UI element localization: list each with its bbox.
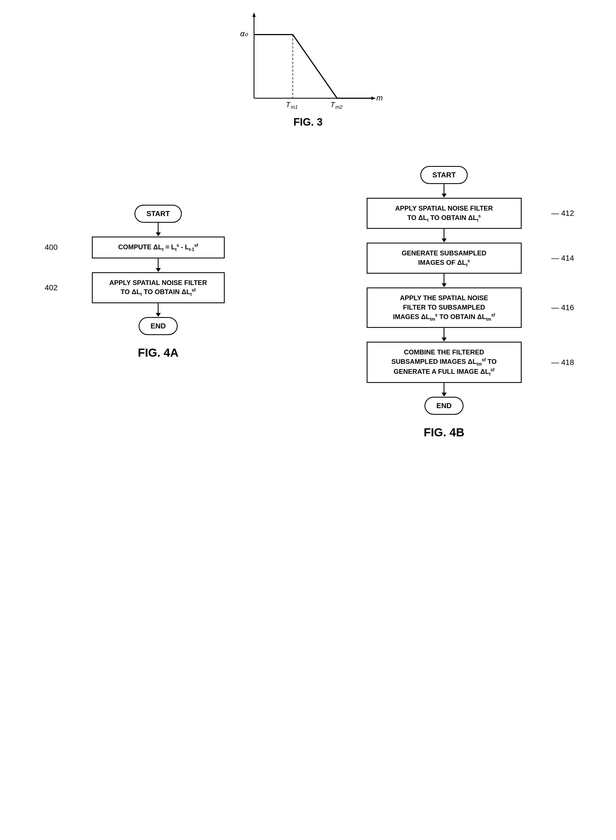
fig4a-start: START: [135, 205, 182, 223]
svg-text:m2: m2: [335, 104, 342, 110]
fig4a-arrow3: [156, 303, 161, 317]
fig4b-row416: APPLY THE SPATIAL NOISE FILTER TO SUBSAM…: [333, 287, 555, 328]
fig4a-ref402: 402: [45, 283, 58, 292]
fig4b-arrow3: [441, 274, 447, 287]
fig4a-caption: FIG. 4A: [138, 346, 179, 359]
fig4b-end: END: [424, 397, 463, 415]
fig4a-arrow2: [156, 258, 161, 272]
fig4b-start: START: [420, 166, 468, 184]
fig4b-row418: COMBINE THE FILTERED SUBSAMPLED IMAGES Δ…: [333, 342, 555, 383]
svg-marker-1: [252, 12, 256, 17]
svg-text:α₀: α₀: [240, 29, 248, 38]
fig4a-box400: COMPUTE ΔLt = Lts - Lt-1sf: [92, 236, 225, 258]
fig3-graph: α₀ T m1 T m2 m: [232, 8, 384, 113]
fig4b-container: START APPLY SPATIAL NOISE FILTER TO ΔLt …: [333, 166, 555, 439]
svg-text:m1: m1: [291, 104, 298, 110]
fig4b-arrow2: [441, 229, 447, 243]
fig4a-arrow1: [156, 223, 161, 236]
fig4a-row402: 402 APPLY SPATIAL NOISE FILTER TO ΔLt TO…: [62, 272, 255, 303]
fig4b-box412: APPLY SPATIAL NOISE FILTER TO ΔLt TO OBT…: [367, 198, 522, 229]
fig4b-arrow4: [441, 328, 447, 342]
fig3-section: α₀ T m1 T m2 m FIG. 3: [211, 8, 405, 141]
fig4b-ref418: — 418: [551, 358, 574, 367]
fig4b-ref412: — 412: [551, 209, 574, 218]
svg-text:T: T: [286, 100, 291, 109]
fig4a-end: END: [139, 317, 177, 335]
fig4b-box418: COMBINE THE FILTERED SUBSAMPLED IMAGES Δ…: [367, 342, 522, 383]
fig4b-row412: APPLY SPATIAL NOISE FILTER TO ΔLt TO OBT…: [333, 198, 555, 229]
fig4b-arrow1: [441, 184, 447, 198]
fig3-caption: FIG. 3: [293, 116, 323, 128]
svg-text:m: m: [376, 94, 383, 102]
fig4b-ref416: — 416: [551, 303, 574, 312]
fig4a-row400: 400 COMPUTE ΔLt = Lts - Lt-1sf: [62, 236, 255, 258]
svg-text:T: T: [330, 100, 335, 109]
fig4b-box416: APPLY THE SPATIAL NOISE FILTER TO SUBSAM…: [367, 287, 522, 328]
fig4a-container: START 400 COMPUTE ΔLt = Lts - Lt-1sf 402…: [62, 205, 255, 359]
flowcharts-row: START 400 COMPUTE ΔLt = Lts - Lt-1sf 402…: [0, 155, 616, 450]
fig4b-caption: FIG. 4B: [424, 426, 464, 439]
fig4b-row414: GENERATE SUBSAMPLED IMAGES OF ΔLts — 414: [333, 243, 555, 274]
fig4a-ref400: 400: [45, 243, 58, 252]
fig4b-box414: GENERATE SUBSAMPLED IMAGES OF ΔLts: [367, 243, 522, 274]
fig4b-ref414: — 414: [551, 254, 574, 262]
fig4b-arrow5: [441, 383, 447, 397]
fig4a-box402: APPLY SPATIAL NOISE FILTER TO ΔLt TO OBT…: [92, 272, 225, 303]
